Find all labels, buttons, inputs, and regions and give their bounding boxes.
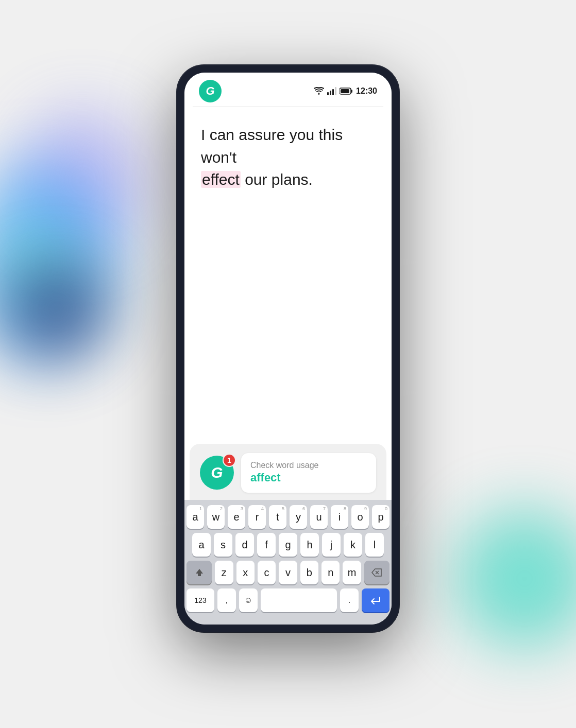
battery-icon [340,88,353,95]
wifi-icon [314,87,324,95]
key-v[interactable]: v [279,561,297,584]
key-y[interactable]: 6y [290,505,307,529]
text-line1: I can assure you this won't [201,126,343,166]
suggestion-correction: affect [250,471,367,486]
key-a2[interactable]: a [192,533,211,557]
status-bar: G 12: [184,73,392,107]
svg-rect-2 [330,91,331,95]
key-l[interactable]: l [365,533,384,557]
bg-blob-purple [15,103,149,257]
phone-frame: G 12: [177,65,399,632]
svg-rect-4 [335,87,336,95]
key-k[interactable]: k [344,533,362,557]
key-a[interactable]: 1a [187,505,204,529]
text-line2: our plans. [241,171,313,188]
bg-blob-teal-right [452,507,576,651]
key-m[interactable]: m [343,561,361,584]
svg-point-0 [318,93,320,95]
shift-key[interactable] [187,561,212,584]
badge-count: 1 [223,454,236,467]
suggestion-label: Check word usage [250,460,367,471]
suggestion-card[interactable]: G 1 Check word usage affect [190,444,386,500]
keyboard-row-4: 123 , ☺ . [187,588,389,612]
highlighted-word[interactable]: effect [201,171,241,188]
key-i[interactable]: 8i [331,505,348,529]
key-e[interactable]: 3e [228,505,245,529]
svg-rect-1 [327,92,329,95]
suggestion-text-box[interactable]: Check word usage affect [241,453,376,493]
keyboard-row-1: 1a 2w 3e 4r 5t 6y 7u 8i 9o 0p [187,505,389,529]
keyboard-row-2: a s d f g h j k l [187,533,389,557]
key-period[interactable]: . [340,588,359,612]
key-emoji[interactable]: ☺ [239,588,258,612]
signal-icon [327,87,336,95]
svg-rect-6 [351,90,352,93]
keyboard: 1a 2w 3e 4r 5t 6y 7u 8i 9o 0p a s d f g … [184,500,392,625]
key-123[interactable]: 123 [187,588,214,612]
key-h[interactable]: h [300,533,319,557]
key-s[interactable]: s [214,533,232,557]
suggestion-area: G 1 Check word usage affect [184,444,392,500]
key-w[interactable]: 2w [207,505,225,529]
key-p[interactable]: 0p [372,505,389,529]
bg-blob-dark [5,257,108,360]
grammarly-badge[interactable]: G 1 [200,456,234,490]
svg-rect-7 [341,89,349,93]
backspace-key[interactable] [364,561,389,584]
text-content-area[interactable]: I can assure you this won't effect our p… [184,107,392,444]
phone-screen: G 12: [184,73,392,625]
grammarly-logo: G [199,80,222,102]
key-o[interactable]: 9o [351,505,369,529]
key-u[interactable]: 7u [310,505,328,529]
key-g[interactable]: g [279,533,297,557]
key-t[interactable]: 5t [269,505,286,529]
key-j[interactable]: j [322,533,341,557]
key-enter[interactable] [362,588,389,612]
key-b[interactable]: b [300,561,318,584]
key-d[interactable]: d [235,533,254,557]
keyboard-row-3: z x c v b n m [187,561,389,584]
bg-blob-teal-left [0,154,124,371]
key-n[interactable]: n [321,561,340,584]
svg-rect-3 [332,89,334,95]
status-time: 12:30 [356,86,377,96]
key-comma[interactable]: , [217,588,236,612]
key-c[interactable]: c [258,561,276,584]
key-z[interactable]: z [215,561,233,584]
status-icons: 12:30 [314,86,377,96]
key-space[interactable] [261,588,337,612]
key-x[interactable]: x [236,561,255,584]
key-r[interactable]: 4r [248,505,266,529]
key-f[interactable]: f [257,533,276,557]
